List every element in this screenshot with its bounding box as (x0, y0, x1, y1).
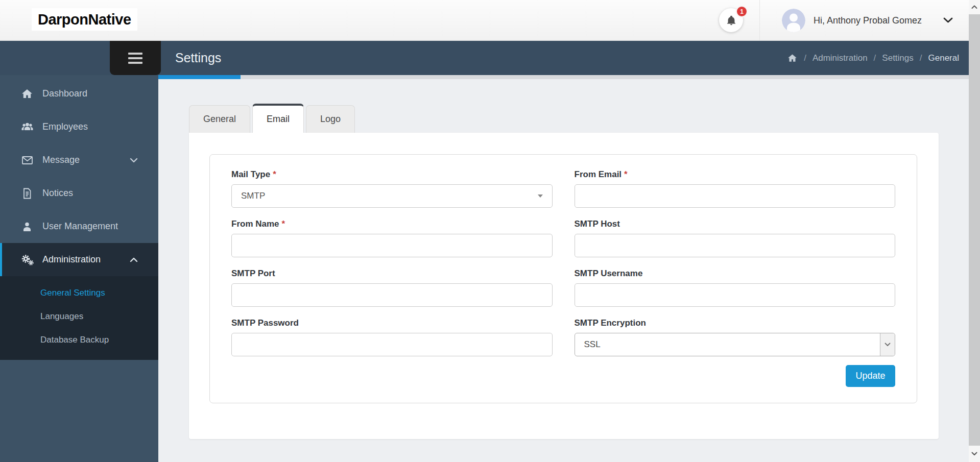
title-bar: Settings / Administration / Settings / G… (0, 41, 969, 75)
settings-tabs: General Email Logo (189, 104, 357, 133)
sidebar-item-employees[interactable]: Employees (0, 110, 158, 143)
field-label: SMTP Port (231, 268, 553, 279)
sidebar-item-user-management[interactable]: User Management (0, 210, 158, 243)
sidebar-item-label: User Management (42, 221, 118, 232)
sidebar-item-notices[interactable]: Notices (0, 177, 158, 210)
notifications-button[interactable]: 1 (719, 8, 743, 32)
smtp-host-field[interactable] (575, 234, 896, 257)
top-header: DarponNative 1 Hi, Anthony Probal Gomez (0, 0, 969, 41)
breadcrumb-general: General (928, 53, 959, 63)
chevron-down-icon (130, 158, 138, 163)
field-smtp-username: SMTP Username (575, 268, 896, 307)
field-label: From Name* (231, 218, 553, 230)
from-email-field[interactable] (575, 184, 896, 208)
caret-down-icon (538, 194, 543, 198)
sidebar: Dashboard Employees Message (0, 75, 158, 462)
breadcrumb-settings[interactable]: Settings (882, 53, 913, 63)
tab-logo[interactable]: Logo (306, 105, 355, 133)
chevron-down-icon[interactable] (943, 17, 953, 23)
gears-icon (19, 254, 35, 266)
sidebar-item-label: Administration (42, 254, 101, 265)
home-icon[interactable] (787, 53, 798, 63)
from-name-field[interactable] (231, 234, 553, 257)
field-smtp-host: SMTP Host (575, 218, 896, 257)
sidebar-item-label: Message (42, 155, 80, 165)
smtp-encryption-select[interactable]: SSL (575, 333, 896, 356)
mail-type-selected-value: SMTP (241, 191, 265, 201)
avatar (782, 9, 805, 32)
app-root: DarponNative 1 Hi, Anthony Probal Gomez (0, 0, 980, 462)
home-icon (19, 88, 35, 100)
sidebar-item-label: Dashboard (42, 88, 87, 99)
sidebar-item-administration[interactable]: Administration (0, 243, 158, 276)
sidebar-item-dashboard[interactable]: Dashboard (0, 77, 158, 110)
scroll-down-button[interactable] (969, 446, 980, 462)
breadcrumb-administration[interactable]: Administration (812, 53, 868, 63)
tab-email[interactable]: Email (252, 104, 304, 133)
scrollbar-thumb[interactable] (969, 14, 980, 446)
user-menu[interactable]: Hi, Anthony Probal Gomez (782, 0, 953, 41)
smtp-port-field[interactable] (231, 283, 553, 307)
tab-general[interactable]: General (189, 105, 250, 133)
smtp-username-field[interactable] (575, 283, 896, 307)
smtp-form: Mail Type* SMTP From Email* From Nam (231, 169, 895, 367)
header-divider (759, 0, 760, 41)
sidebar-item-message[interactable]: Message (0, 143, 158, 177)
administration-submenu: General Settings Languages Database Back… (0, 276, 158, 360)
submenu-item-database-backup[interactable]: Database Backup (0, 328, 158, 352)
email-settings-panel: Mail Type* SMTP From Email* From Nam (189, 133, 939, 439)
breadcrumb-separator: / (920, 53, 922, 63)
active-page-indicator (158, 75, 241, 79)
breadcrumb-separator: / (874, 53, 876, 63)
bell-icon (726, 14, 737, 27)
required-asterisk: * (282, 219, 285, 229)
field-smtp-password: SMTP Password (231, 318, 553, 356)
required-asterisk: * (273, 169, 276, 179)
envelope-icon (19, 154, 35, 166)
navbar-bottom-strip (241, 75, 969, 79)
users-icon (19, 121, 35, 133)
scroll-up-button[interactable] (969, 0, 980, 14)
field-label: SMTP Username (575, 268, 896, 279)
form-actions: Update (231, 365, 895, 387)
sidebar-toggle-button[interactable] (110, 41, 161, 75)
field-label: Mail Type* (231, 169, 553, 180)
email-settings-card: Mail Type* SMTP From Email* From Nam (209, 154, 917, 403)
page-title: Settings (175, 41, 221, 75)
app-logo[interactable]: DarponNative (32, 8, 137, 31)
field-from-name: From Name* (231, 218, 553, 257)
field-smtp-encryption: SMTP Encryption SSL (575, 318, 896, 356)
vertical-scrollbar (969, 0, 980, 462)
chevron-down-icon (880, 333, 895, 356)
field-label: SMTP Password (231, 318, 553, 329)
field-mail-type: Mail Type* SMTP (231, 169, 553, 208)
document-icon (19, 187, 35, 200)
smtp-encryption-selected-value: SSL (584, 339, 601, 350)
required-asterisk: * (624, 169, 628, 179)
breadcrumb: / Administration / Settings / General (787, 41, 959, 75)
chevron-up-icon (130, 257, 138, 262)
sidebar-item-label: Employees (42, 121, 88, 132)
field-from-email: From Email* (575, 169, 896, 208)
smtp-password-field[interactable] (231, 333, 553, 356)
notification-count-badge: 1 (736, 6, 748, 17)
breadcrumb-separator: / (804, 53, 806, 63)
user-greeting: Hi, Anthony Probal Gomez (814, 15, 922, 26)
field-label: SMTP Encryption (575, 318, 896, 329)
field-label: SMTP Host (575, 218, 896, 230)
field-smtp-port: SMTP Port (231, 268, 553, 307)
submenu-item-general-settings[interactable]: General Settings (0, 281, 158, 305)
user-icon (19, 221, 35, 233)
update-button[interactable]: Update (846, 365, 895, 387)
field-label: From Email* (575, 169, 896, 180)
sidebar-item-label: Notices (42, 188, 73, 199)
mail-type-select[interactable]: SMTP (231, 184, 553, 208)
submenu-item-languages[interactable]: Languages (0, 305, 158, 328)
